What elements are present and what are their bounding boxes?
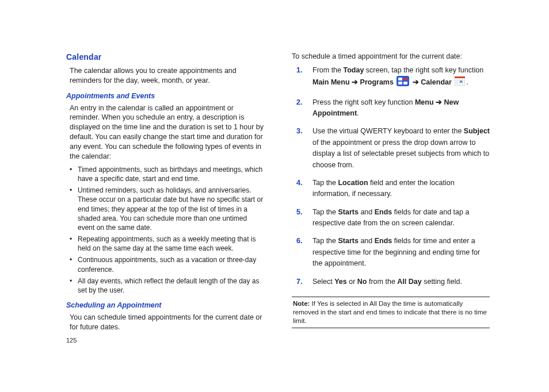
bold-starts: Starts [338,237,358,245]
step-text: or [347,278,357,286]
note-text: If Yes is selected in All Day the time i… [293,300,487,324]
step-text: from the [367,278,398,286]
step-6: 6. Tap the Starts and Ends fields for ti… [296,236,490,269]
subheading-scheduling: Scheduling an Appointment [66,301,264,310]
arrow-icon: ➔ [350,79,360,87]
steps-list: 1. From the Today screen, tap the right … [292,65,490,287]
left-column: Calendar The calendar allows you to crea… [66,52,264,336]
svg-rect-12 [460,81,463,83]
svg-rect-3 [398,82,402,84]
heading-calendar: Calendar [66,52,264,63]
note-label: Note: [293,300,310,307]
programs-icon [396,76,409,90]
step-text: . [466,79,468,87]
intro-paragraph: The calendar allows you to create appoin… [70,66,264,86]
bold-no: No [357,278,367,286]
step-number: 5. [296,207,302,218]
note-box: Note: If Yes is selected in All Day the … [292,297,490,328]
step-text: Tap the [312,179,338,187]
list-item: All day events, which reflect the defaul… [70,276,264,295]
bold-location: Location [338,179,368,187]
list-item: Untimed reminders, such as holidays, and… [70,186,264,232]
step-5: 5. Tap the Starts and Ends fields for da… [296,207,490,229]
paragraph-scheduling: You can schedule timed appointments for … [70,313,264,332]
list-item: Timed appointments, such as birthdays an… [70,165,264,183]
calendar-icon [455,76,465,89]
steps-intro: To schedule a timed appointment for the … [292,52,490,62]
list-item: Continuous appointments, such as a vacat… [70,255,264,274]
step-4: 4. Tap the Location field and enter the … [296,178,490,200]
bold-programs: Programs [360,79,394,87]
bold-all-day: All Day [397,278,421,286]
step-number: 7. [296,276,302,287]
manual-page: Calendar The calendar allows you to crea… [0,0,549,359]
svg-rect-6 [455,76,465,78]
right-column: To schedule a timed appointment for the … [292,52,490,336]
svg-rect-4 [403,82,407,84]
step-number: 6. [296,236,302,247]
page-number: 125 [66,337,77,344]
step-1: 1. From the Today screen, tap the right … [296,65,490,90]
bold-calendar: Calendar [421,79,452,87]
step-text: and [359,237,375,245]
step-2: 2. Press the right soft key function Men… [296,97,490,120]
step-text: Tap the [312,237,338,245]
svg-rect-0 [396,76,409,86]
step-number: 3. [296,126,302,137]
step-7: 7. Select Yes or No from the All Day set… [296,276,490,287]
step-number: 1. [296,65,302,76]
step-text [452,79,453,87]
bold-today: Today [344,66,364,74]
step-text: Select [312,278,334,286]
bold-ends: Ends [375,237,392,245]
svg-rect-2 [403,78,407,80]
step-text: From the [312,66,344,74]
step-text: Press the right soft key function [312,98,415,106]
bold-ends: Ends [375,208,392,216]
paragraph-appointments: An entry in the calendar is called an ap… [70,103,264,162]
bold-subject: Subject [464,127,490,135]
step-text: of the appointment or press the drop dow… [312,139,489,169]
svg-rect-1 [398,78,402,80]
step-text: . [357,109,359,117]
step-number: 4. [296,178,302,189]
event-types-list: Timed appointments, such as birthdays an… [70,165,264,295]
bold-starts: Starts [338,208,358,216]
arrow-icon: ➔ [410,79,421,87]
step-3: 3. Use the virtual QWERTY keyboard to en… [296,126,490,171]
step-text: setting field. [422,278,462,286]
bold-menu: Menu [415,98,434,106]
arrow-icon: ➔ [434,98,444,106]
step-text: and [359,208,375,216]
step-text [394,79,395,87]
subheading-appointments-events: Appointments and Events [66,91,264,101]
step-text: screen, tap the right soft key function [364,66,483,74]
list-item: Repeating appointments, such as a weekly… [70,235,264,253]
bold-main-menu: Main Menu [312,79,350,87]
step-text: Use the virtual QWERTY keyboard to enter… [312,127,464,135]
bold-yes: Yes [334,278,347,286]
step-number: 2. [296,97,302,108]
step-text: Tap the [312,208,338,216]
